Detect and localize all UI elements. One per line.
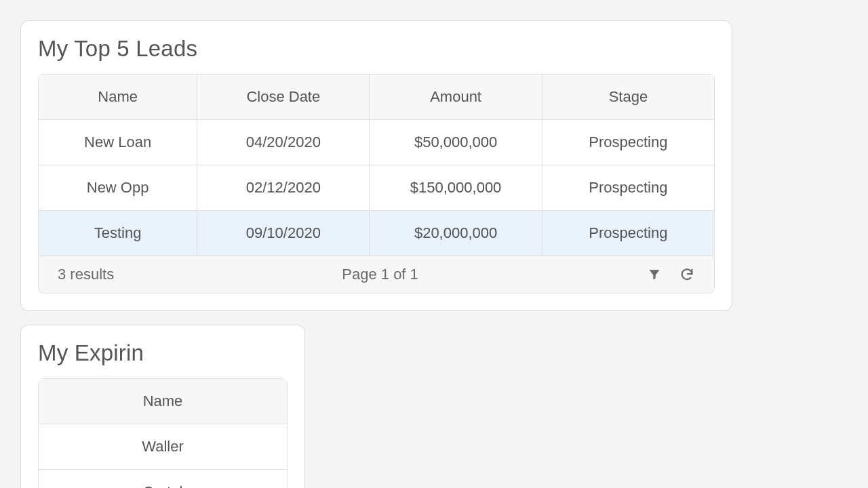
leads-cell-close-date: 09/10/2020	[197, 211, 370, 256]
leads-cell-name: Testing	[39, 211, 197, 256]
leads-cell-name: New Opp	[39, 165, 197, 211]
leads-cell-stage: Prospecting	[542, 211, 714, 256]
leads-card: My Top 5 Leads Name Close Date Amount St…	[20, 20, 732, 311]
filter-icon[interactable]	[646, 266, 663, 283]
leads-footer: 3 results Page 1 of 1	[38, 256, 715, 293]
leads-header-amount[interactable]: Amount	[370, 75, 542, 120]
expiring-row[interactable]: Waller	[39, 424, 288, 470]
leads-cell-name: New Loan	[39, 120, 197, 165]
leads-cell-stage: Prospecting	[542, 165, 714, 211]
expiring-cell-name: Cretal	[39, 470, 288, 489]
leads-row[interactable]: New Opp 02/12/2020 $150,000,000 Prospect…	[39, 165, 715, 211]
leads-cell-close-date: 02/12/2020	[197, 165, 370, 211]
leads-header-name[interactable]: Name	[39, 75, 197, 120]
refresh-icon[interactable]	[679, 266, 695, 283]
leads-results-count: 3 results	[58, 266, 114, 283]
leads-cell-amount: $150,000,000	[370, 165, 542, 211]
expiring-header-row: Name	[39, 379, 288, 424]
leads-header-stage[interactable]: Stage	[542, 75, 714, 120]
expiring-card: My Expirin Name Waller Cretal Ccafe 3 re…	[20, 325, 305, 488]
expiring-cell-name: Waller	[39, 424, 288, 470]
leads-cell-amount: $20,000,000	[370, 211, 542, 256]
leads-title: My Top 5 Leads	[38, 36, 715, 62]
leads-table: Name Close Date Amount Stage New Loan 04…	[38, 74, 715, 256]
expiring-header-name[interactable]: Name	[39, 379, 288, 424]
expiring-table-wrap: Name Waller Cretal Ccafe 3 results	[38, 378, 288, 488]
leads-header-close-date[interactable]: Close Date	[197, 75, 370, 120]
expiring-title: My Expirin	[38, 340, 288, 366]
expiring-table: Name Waller Cretal Ccafe	[38, 378, 288, 488]
leads-header-row: Name Close Date Amount Stage	[39, 75, 715, 120]
leads-cell-stage: Prospecting	[542, 120, 714, 165]
leads-row[interactable]: Testing 09/10/2020 $20,000,000 Prospecti…	[39, 211, 715, 256]
leads-table-wrap: Name Close Date Amount Stage New Loan 04…	[38, 74, 715, 293]
expiring-row[interactable]: Cretal	[39, 470, 288, 489]
leads-cell-amount: $50,000,000	[370, 120, 542, 165]
leads-row[interactable]: New Loan 04/20/2020 $50,000,000 Prospect…	[39, 120, 715, 165]
leads-cell-close-date: 04/20/2020	[197, 120, 370, 165]
leads-page-indicator: Page 1 of 1	[114, 266, 646, 283]
dashboard: My Top 5 Leads Name Close Date Amount St…	[0, 0, 868, 488]
